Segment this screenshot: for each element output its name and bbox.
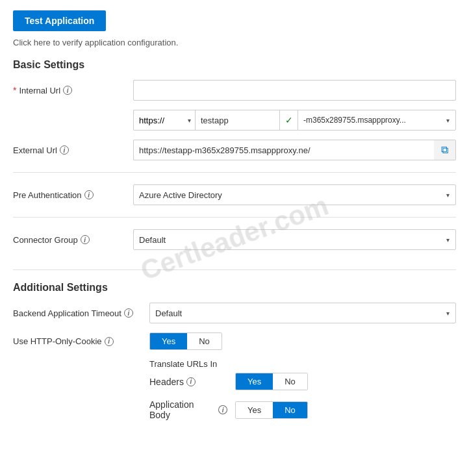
domain-select[interactable]: -m365x289755.msappproxy... [298, 110, 456, 131]
domain-select-wrapper: -m365x289755.msappproxy... ▾ [298, 110, 456, 131]
internal-url-row: * Internal Url i [13, 80, 456, 101]
external-url-label: External Url i [13, 145, 133, 155]
protocol-select[interactable]: https:// [133, 110, 195, 131]
pre-auth-info-icon[interactable]: i [84, 190, 94, 199]
app-body-info-icon[interactable]: i [218, 405, 227, 414]
url-parts-row: https:// ▾ ✓ -m365x289755.msappproxy... … [13, 110, 456, 131]
page-container: Test Application Click here to verify ap… [0, 0, 469, 440]
divider-3 [13, 269, 456, 270]
app-name-check-icon: ✓ [279, 110, 298, 131]
backend-timeout-info-icon[interactable]: i [124, 308, 133, 318]
app-body-row: Application Body i Yes No [13, 399, 456, 420]
connector-group-info-icon[interactable]: i [81, 235, 90, 244]
divider-1 [13, 172, 456, 173]
protocol-select-wrapper: https:// ▾ [133, 110, 195, 131]
headers-yes-button[interactable]: Yes [236, 373, 273, 390]
internal-url-info-icon[interactable]: i [63, 86, 72, 95]
copy-url-button[interactable]: ⧉ [434, 140, 456, 160]
app-body-label-text: Application Body [149, 399, 216, 420]
translate-urls-label-row: Translate URLs In [13, 359, 456, 369]
pre-auth-select[interactable]: Azure Active Directory Passthrough [133, 184, 456, 205]
url-parts-group: https:// ▾ ✓ -m365x289755.msappproxy... … [133, 110, 456, 131]
internal-url-input[interactable] [133, 80, 456, 101]
http-only-cookie-no-button[interactable]: No [187, 333, 222, 349]
http-only-cookie-info-icon[interactable]: i [105, 337, 114, 346]
headers-group: Headers i Yes No [149, 373, 308, 390]
backend-timeout-select-wrapper: Default Long ▾ [149, 303, 456, 323]
headers-info-icon[interactable]: i [186, 377, 196, 386]
headers-label-text: Headers [149, 377, 184, 387]
required-star: * [13, 85, 16, 95]
headers-row: Headers i Yes No [13, 373, 456, 390]
app-body-yes-button[interactable]: Yes [236, 402, 273, 418]
app-body-group: Application Body i Yes No [149, 399, 308, 420]
pre-auth-select-wrapper: Azure Active Directory Passthrough ▾ [133, 184, 456, 205]
connector-group-row: Connector Group i Default ▾ [13, 229, 456, 250]
http-only-cookie-yes-button[interactable]: Yes [150, 333, 187, 349]
http-only-cookie-label: Use HTTP-Only-Cookie i [13, 336, 149, 346]
backend-timeout-label: Backend Application Timeout i [13, 308, 149, 318]
app-body-toggle: Yes No [235, 401, 308, 419]
http-only-cookie-label-text: Use HTTP-Only-Cookie [13, 336, 102, 346]
pre-auth-label: Pre Authentication i [13, 190, 133, 200]
test-application-button[interactable]: Test Application [13, 10, 106, 31]
pre-auth-row: Pre Authentication i Azure Active Direct… [13, 184, 456, 205]
app-body-no-button[interactable]: No [273, 402, 307, 418]
subtitle-text: Click here to verify application configu… [13, 38, 456, 47]
external-url-info-icon[interactable]: i [60, 145, 69, 155]
connector-group-label: Connector Group i [13, 235, 133, 245]
copy-icon: ⧉ [441, 144, 448, 156]
connector-group-select-wrapper: Default ▾ [133, 229, 456, 250]
external-url-group: ⧉ [133, 140, 456, 160]
divider-2 [13, 217, 456, 218]
backend-timeout-label-text: Backend Application Timeout [13, 308, 121, 318]
external-url-label-text: External Url [13, 145, 57, 155]
headers-no-button[interactable]: No [273, 373, 307, 390]
headers-label-group: Headers i [149, 377, 227, 387]
internal-url-label: * Internal Url i [13, 85, 133, 95]
app-body-label-group: Application Body i [149, 399, 227, 420]
basic-settings-title: Basic Settings [13, 59, 456, 71]
http-only-cookie-toggle: Yes No [149, 332, 222, 350]
external-url-input[interactable] [133, 140, 434, 160]
connector-group-label-text: Connector Group [13, 235, 78, 245]
additional-settings-title: Additional Settings [13, 282, 456, 294]
connector-group-select[interactable]: Default [133, 229, 456, 250]
internal-url-label-text: Internal Url [19, 86, 60, 95]
headers-toggle: Yes No [235, 373, 308, 390]
app-name-input[interactable] [195, 110, 279, 131]
backend-timeout-select[interactable]: Default Long [149, 303, 456, 323]
pre-auth-label-text: Pre Authentication [13, 190, 82, 200]
backend-timeout-row: Backend Application Timeout i Default Lo… [13, 303, 456, 323]
external-url-row: External Url i ⧉ [13, 140, 456, 160]
translate-urls-label: Translate URLs In [149, 359, 217, 369]
http-only-cookie-row: Use HTTP-Only-Cookie i Yes No [13, 332, 456, 350]
